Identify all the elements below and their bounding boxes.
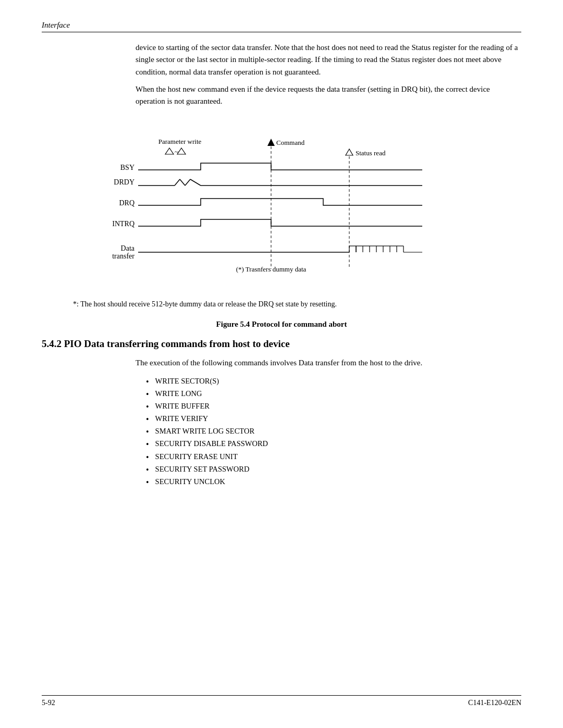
list-item: WRITE LONG xyxy=(146,389,521,399)
param-write-label: Parameter write xyxy=(158,138,202,145)
figure-caption: Figure 5.4 Protocol for command abort xyxy=(42,320,521,329)
param-write-triangle1 xyxy=(165,148,174,154)
body-paragraph-2: When the host new command even if the de… xyxy=(136,83,521,108)
dummy-data-label: (*) Trasnfers dummy data xyxy=(236,265,307,273)
bsy-waveform xyxy=(138,163,422,170)
section-heading: 5.4.2 PIO Data transferring commands fro… xyxy=(42,338,521,350)
drdy-label: DRDY xyxy=(114,178,134,186)
section-body: The execution of the following commands … xyxy=(136,357,521,369)
bsy-label: BSY xyxy=(120,164,134,171)
drdy-slash1 xyxy=(175,179,180,186)
drq-waveform xyxy=(138,199,422,205)
command-arrow xyxy=(267,139,275,146)
list-item: SECURITY UNCLOK xyxy=(146,477,521,487)
header-section: Interface xyxy=(42,21,521,32)
drdy-slash2 xyxy=(180,179,185,186)
list-item: WRITE VERIFY xyxy=(146,414,521,424)
timing-diagram-container: BSY DRDY DRQ INTRQ Data transfer Paramet… xyxy=(99,118,464,290)
command-label: Command xyxy=(276,139,305,146)
list-item: WRITE SECTOR(S) xyxy=(146,377,521,387)
tilde-symbol: ~ xyxy=(175,148,178,156)
status-read-label: Status read xyxy=(356,149,386,157)
list-item: SMART WRITE LOG SECTOR xyxy=(146,427,521,437)
list-item: SECURITY ERASE UNIT xyxy=(146,452,521,462)
data-segments xyxy=(349,246,422,252)
drdy-end xyxy=(190,179,201,186)
drq-label: DRQ xyxy=(119,199,134,207)
data-label-1: Data xyxy=(121,244,135,252)
page: Interface device to starting of the sect… xyxy=(0,0,563,728)
footer-left: 5-92 xyxy=(42,699,55,707)
data-label-2: transfer xyxy=(112,252,134,260)
bullet-list: WRITE SECTOR(S) WRITE LONG WRITE BUFFER … xyxy=(146,377,521,488)
intrq-label: INTRQ xyxy=(112,220,134,228)
timing-diagram-svg: BSY DRDY DRQ INTRQ Data transfer Paramet… xyxy=(99,118,464,290)
list-item: SECURITY DISABLE PASSWORD xyxy=(146,439,521,449)
param-write-triangle2 xyxy=(177,148,186,154)
footer: 5-92 C141-E120-02EN xyxy=(42,695,521,707)
status-read-triangle xyxy=(346,149,353,155)
intrq-waveform xyxy=(138,219,422,226)
drdy-slash3 xyxy=(185,179,190,186)
list-item: WRITE BUFFER xyxy=(146,402,521,412)
footer-right: C141-E120-02EN xyxy=(468,699,521,707)
list-item: SECURITY SET PASSWORD xyxy=(146,465,521,475)
footnote: *: The host should receive 512-byte dumm… xyxy=(73,300,521,309)
body-paragraph-1: device to starting of the sector data tr… xyxy=(136,42,521,78)
header-title: Interface xyxy=(42,21,521,30)
